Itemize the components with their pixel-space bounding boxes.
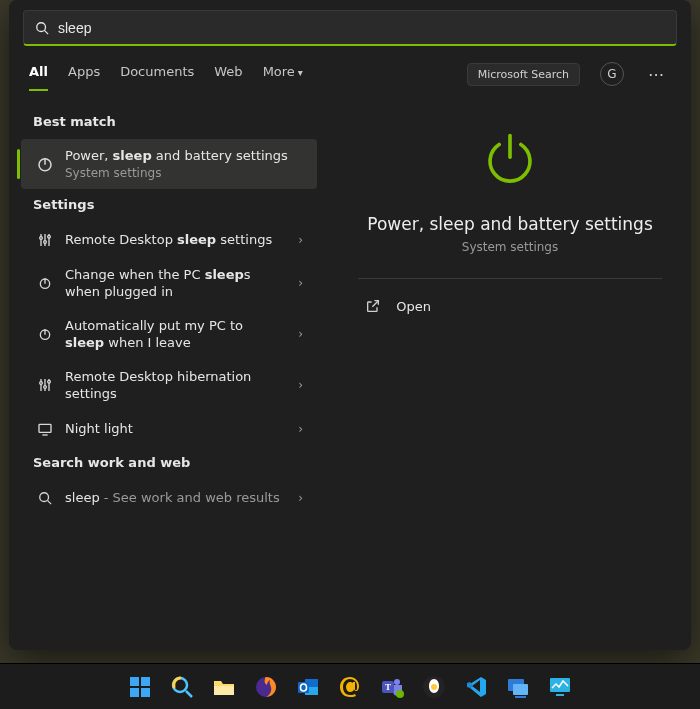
app-egg-button[interactable] [420,673,448,701]
teams-button[interactable]: T [378,673,406,701]
sliders-icon [35,230,55,250]
chevron-right-icon: › [294,276,307,290]
svg-point-0 [37,22,46,31]
search-icon [34,20,50,36]
svg-point-15 [40,382,43,385]
open-action[interactable]: Open [358,287,662,325]
svg-point-22 [40,493,49,502]
search-icon [35,488,55,508]
mail-app-button[interactable] [336,673,364,701]
svg-point-17 [44,386,47,389]
svg-point-37 [394,679,400,685]
microsoft-search-button[interactable]: Microsoft Search [467,63,580,86]
svg-line-30 [186,691,192,697]
svg-point-9 [48,235,51,238]
svg-line-23 [48,501,52,505]
windows-search-panel: All Apps Documents Web More▾ Microsoft S… [9,0,691,650]
chevron-right-icon: › [294,491,307,505]
tab-all[interactable]: All [29,64,48,91]
result-auto-sleep-when-leave[interactable]: Automatically put my PC to sleep when I … [21,309,317,360]
tab-web[interactable]: Web [214,64,242,91]
power-icon [35,273,55,293]
chevron-right-icon: › [294,378,307,392]
svg-point-40 [396,690,404,698]
result-web-search[interactable]: sleep - See work and web results › [21,480,317,516]
vscode-button[interactable] [462,673,490,701]
chevron-right-icon: › [294,327,307,341]
preview-power-icon [481,130,539,192]
divider [358,278,662,279]
taskbar-search-button[interactable] [168,673,196,701]
tab-documents[interactable]: Documents [120,64,194,91]
svg-rect-26 [141,677,150,686]
svg-rect-27 [130,688,139,697]
display-icon [35,419,55,439]
tab-more[interactable]: More▾ [263,64,303,91]
file-explorer-button[interactable] [210,673,238,701]
svg-rect-28 [141,688,150,697]
svg-point-19 [48,381,51,384]
svg-point-5 [40,236,43,239]
result-remote-desktop-sleep[interactable]: Remote Desktop sleep settings › [21,222,317,258]
result-change-sleep-plugged-in[interactable]: Change when the PC sleeps when plugged i… [21,258,317,309]
result-text: Power, sleep and battery settings System… [55,147,307,181]
result-best-match[interactable]: Power, sleep and battery settings System… [21,139,317,189]
svg-rect-44 [513,684,528,695]
chevron-right-icon: › [294,233,307,247]
tab-apps[interactable]: Apps [68,64,100,91]
system-monitor-button[interactable] [546,673,574,701]
firefox-button[interactable] [252,673,280,701]
power-icon [35,324,55,344]
svg-rect-31 [214,686,234,695]
open-label: Open [396,299,431,314]
result-night-light[interactable]: Night light › [21,411,317,447]
section-settings: Settings [15,189,323,222]
search-bar[interactable] [23,10,677,46]
remote-desktop-button[interactable] [504,673,532,701]
outlook-button[interactable] [294,673,322,701]
more-options-button[interactable]: ⋯ [644,65,671,90]
start-button[interactable] [126,673,154,701]
search-bar-container [9,0,691,46]
svg-rect-47 [556,694,564,696]
chevron-down-icon: ▾ [298,67,303,78]
section-best-match: Best match [15,106,323,139]
preview-subtitle: System settings [462,240,558,254]
taskbar: T [0,663,700,709]
power-icon [35,154,55,174]
svg-rect-25 [130,677,139,686]
open-external-icon [364,297,382,315]
tab-more-label: More [263,64,295,79]
user-avatar[interactable]: G [600,62,624,86]
filter-tabs: All Apps Documents Web More▾ Microsoft S… [9,46,691,92]
preview-pane: Power, sleep and battery settings System… [329,92,691,650]
svg-point-7 [44,240,47,243]
search-input[interactable] [50,20,666,36]
svg-text:T: T [385,682,391,692]
svg-rect-45 [515,696,526,698]
section-search-work-web: Search work and web [15,447,323,480]
sliders-icon [35,375,55,395]
svg-line-1 [45,30,49,34]
svg-rect-20 [39,424,51,432]
preview-title: Power, sleep and battery settings [367,214,653,234]
result-remote-desktop-hibernation[interactable]: Remote Desktop hibernation settings › [21,360,317,411]
chevron-right-icon: › [294,422,307,436]
svg-point-42 [431,684,437,690]
results-column: Best match Power, sleep and battery sett… [9,92,329,650]
